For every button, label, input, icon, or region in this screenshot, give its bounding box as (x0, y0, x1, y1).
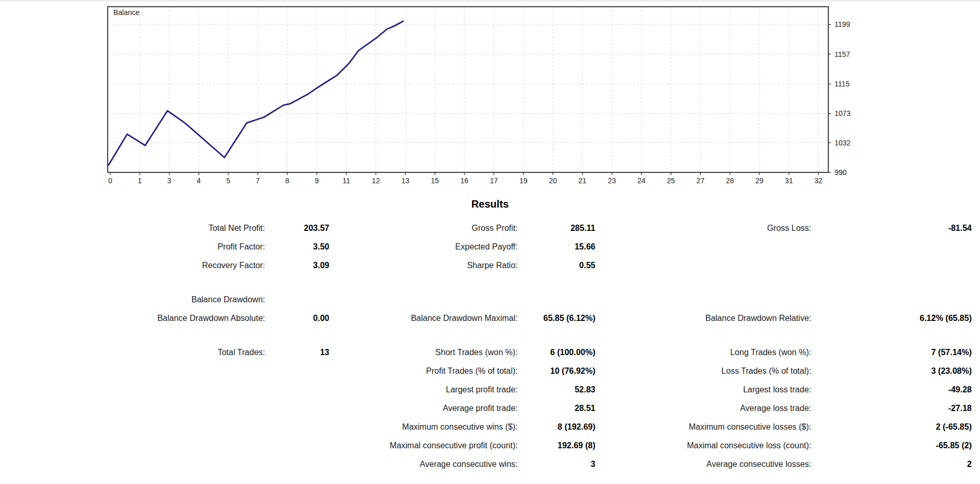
stat-value: 52.83 (518, 385, 595, 394)
x-tick-label: 9 (315, 177, 319, 185)
stat-label: Maximum consecutive wins ($): (329, 422, 518, 432)
results-row: Total Net Profit:203.57Gross Profit:285.… (0, 219, 980, 238)
stat-value: 28.51 (518, 404, 595, 413)
stat-value: 2 (-65.85) (811, 422, 972, 432)
results-row: Balance Drawdown: (0, 290, 980, 309)
x-tick-label: 16 (460, 177, 469, 185)
y-tick-label: 1115 (835, 80, 850, 88)
results-row: Balance Drawdown Absolute:0.00Balance Dr… (0, 309, 980, 328)
x-tick-label: 4 (197, 177, 201, 185)
stat-value: -65.85 (2) (811, 441, 972, 450)
results-row: Recovery Factor:3.09Sharpe Ratio:0.55 (0, 256, 980, 275)
stat-label: Expected Payoff: (329, 242, 518, 252)
stat-label: Recovery Factor: (0, 261, 265, 270)
stat-value: 0.55 (518, 261, 595, 270)
x-tick-label: 28 (726, 177, 734, 185)
results-row: Average profit trade:28.51Average loss t… (0, 399, 980, 418)
stat-label: Average loss trade: (595, 404, 811, 413)
stat-value: 0.00 (265, 314, 329, 323)
x-tick-label: 25 (667, 177, 675, 185)
stat-value: 285.11 (518, 224, 595, 233)
results-row: Profit Trades (% of total):10 (76.92%)Lo… (0, 362, 980, 380)
stat-label: Average profit trade: (329, 404, 518, 413)
stat-label: Sharpe Ratio: (329, 261, 518, 270)
y-tick-label: 1073 (835, 109, 851, 118)
x-tick-label: 7 (256, 177, 260, 185)
stat-label: Profit Trades (% of total): (329, 366, 518, 376)
x-tick-label: 11 (343, 177, 350, 185)
x-tick-label: 19 (519, 177, 528, 185)
x-tick-label: 15 (431, 177, 439, 185)
stat-value: 3.50 (265, 242, 329, 252)
x-tick-label: 31 (785, 177, 793, 185)
x-tick-label: 8 (285, 177, 289, 185)
stat-value: 65.85 (6.12%) (518, 314, 595, 323)
x-tick-label: 20 (549, 177, 557, 185)
stat-value: -49.28 (811, 385, 972, 394)
stat-label: Loss Trades (% of total): (595, 366, 811, 376)
x-tick-label: 32 (814, 177, 823, 185)
stat-label: Balance Drawdown Relative: (595, 314, 811, 323)
x-tick-label: 17 (490, 177, 498, 185)
stat-value: 192.69 (8) (518, 441, 595, 450)
y-tick-label: 1199 (835, 20, 850, 28)
stat-label: Maximum consecutive losses ($): (595, 422, 811, 432)
results-row: Profit Factor:3.50Expected Payoff:15.66 (0, 238, 980, 256)
x-tick-label: 29 (755, 177, 764, 185)
x-tick-label: 21 (578, 177, 587, 185)
stat-label: Profit Factor: (0, 242, 265, 252)
stat-label: Largest profit trade: (329, 385, 518, 394)
x-tick-label: 5 (226, 177, 230, 185)
stat-label: Total Trades: (0, 348, 265, 357)
stat-label: Maximal consecutive loss (count): (595, 441, 811, 450)
results-row: Maximum consecutive wins ($):8 (192.69)M… (0, 418, 980, 436)
stat-value: 13 (265, 348, 329, 357)
stat-value: 3 (23.08%) (811, 366, 972, 376)
y-tick-label: 1157 (835, 50, 850, 58)
stat-value: 6 (100.00%) (518, 348, 595, 357)
stat-label: Balance Drawdown Maximal: (329, 314, 518, 323)
balance-line (108, 21, 403, 165)
x-tick-label: 13 (401, 177, 409, 185)
results-section: Total Trades:13Short Trades (won %):6 (1… (0, 343, 980, 474)
x-tick-label: 23 (608, 177, 616, 185)
stat-label: Balance Drawdown Absolute: (0, 314, 265, 323)
x-tick-label: 1 (138, 177, 142, 185)
results-report: Results Total Net Profit:203.57Gross Pro… (0, 197, 980, 474)
balance-chart-area: 0134578911121315161719202123242527282931… (0, 2, 980, 189)
x-tick-label: 27 (696, 177, 705, 185)
x-tick-label: 12 (372, 177, 380, 185)
x-tick-label: 24 (637, 177, 646, 185)
results-row: Maximal consecutive profit (count):192.6… (0, 436, 980, 455)
results-row: Largest profit trade:52.83Largest loss t… (0, 380, 980, 399)
stat-value: 15.66 (518, 242, 595, 252)
stat-value: 2 (811, 460, 972, 469)
balance-chart: 0134578911121315161719202123242527282931… (0, 2, 980, 189)
stat-value: 203.57 (265, 224, 329, 233)
stat-value: 7 (57.14%) (811, 348, 972, 357)
stat-label: Maximal consecutive profit (count): (329, 441, 518, 450)
y-tick-label: 1032 (835, 139, 851, 147)
stat-label: Average consecutive losses: (595, 460, 811, 469)
stat-value: 3.09 (265, 261, 329, 270)
stat-value: -81.54 (811, 224, 972, 233)
stat-label: Average consecutive wins: (329, 460, 518, 469)
stat-value: 6.12% (65.85) (811, 314, 972, 323)
stat-value: 3 (518, 460, 595, 469)
stat-value: -27.18 (811, 404, 972, 413)
results-section: Balance Drawdown:Balance Drawdown Absolu… (0, 290, 980, 328)
stat-label: Balance Drawdown: (0, 295, 265, 304)
results-table: Total Net Profit:203.57Gross Profit:285.… (0, 219, 980, 474)
x-tick-label: 0 (108, 177, 112, 185)
x-tick-label: 3 (167, 177, 171, 185)
stat-label: Total Net Profit: (0, 224, 265, 233)
results-row: Total Trades:13Short Trades (won %):6 (1… (0, 343, 980, 362)
results-title: Results (0, 197, 980, 211)
results-section: Total Net Profit:203.57Gross Profit:285.… (0, 219, 980, 275)
stat-label: Gross Profit: (329, 224, 518, 233)
plot-border (108, 7, 828, 172)
stat-label: Largest loss trade: (595, 385, 811, 394)
stat-value: 8 (192.69) (518, 422, 595, 432)
stat-value: 10 (76.92%) (518, 366, 595, 376)
stat-label: Long Trades (won %): (595, 348, 811, 357)
